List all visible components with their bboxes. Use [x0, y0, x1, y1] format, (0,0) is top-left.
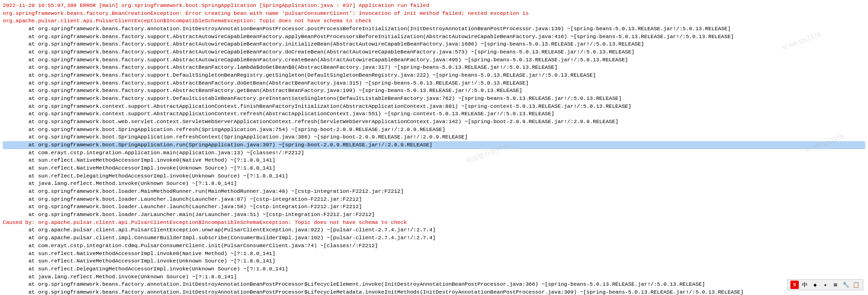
icon-5[interactable]: 📋	[852, 281, 860, 289]
log-line-37: at org.springframework.beans.factory.ann…	[3, 288, 865, 295]
log-line-15: at org.springframework.boot.web.servlet.…	[3, 118, 865, 126]
log-line-1: org.springframework.beans.factory.BeanCr…	[3, 10, 865, 18]
log-line-9: at org.springframework.beans.factory.sup…	[3, 72, 865, 79]
icon-4[interactable]: 🔧	[842, 281, 850, 289]
taskbar-corner: S 中 ◆ ✦ ⊞ 🔧 📋	[787, 279, 863, 290]
log-line-12: at org.springframework.beans.factory.sup…	[3, 95, 865, 103]
log-line-30: at org.apache.pulsar.client.impl.Consume…	[3, 234, 865, 242]
icon-3[interactable]: ⊞	[831, 281, 840, 289]
log-line-36: at org.springframework.beans.factory.ann…	[3, 281, 865, 288]
log-line-32: at sun.reflect.NativeMethodAccessorImpl.…	[3, 250, 865, 258]
log-line-5: at org.springframework.beans.factory.sup…	[3, 40, 865, 48]
sogou-icon[interactable]: S	[790, 281, 799, 289]
log-line-11: at org.springframework.beans.factory.sup…	[3, 87, 865, 95]
log-line-6: at org.springframework.beans.factory.sup…	[3, 48, 865, 56]
log-line-29: at org.apache.pulsar.client.api.PulsarCl…	[3, 226, 865, 234]
log-line-24: at org.springframework.boot.loader.MainM…	[3, 188, 865, 196]
log-line-28: Caused by: org.apache.pulsar.client.api.…	[3, 219, 865, 227]
log-line-20: at sun.reflect.NativeMethodAccessorImpl.…	[3, 157, 865, 164]
log-line-35: at java.lang.reflect.Method.invoke(Unkno…	[3, 273, 865, 281]
log-line-13: at org.springframework.context.support.A…	[3, 103, 865, 111]
ime-icon[interactable]: 中	[801, 281, 809, 289]
log-line-3: at org.springframework.beans.factory.ann…	[3, 25, 865, 33]
icon-1[interactable]: ◆	[811, 281, 819, 289]
log-line-7: at org.springframework.beans.factory.sup…	[3, 56, 865, 64]
icon-2[interactable]: ✦	[821, 281, 829, 289]
log-line-19: at com.erayt.cstp.integration.Applicatio…	[3, 149, 865, 157]
log-line-8: at org.springframework.beans.factory.sup…	[3, 64, 865, 72]
log-line-27: at org.springframework.boot.loader.JarLa…	[3, 211, 865, 219]
log-line-16: at org.springframework.boot.SpringApplic…	[3, 126, 865, 134]
log-line-14: at org.springframework.context.support.A…	[3, 110, 865, 118]
log-line-0: 2022-11-28 10:55:07,389 ERROR [main] org…	[3, 2, 865, 10]
log-line-34: at sun.reflect.DelegatingMethodAccessorI…	[3, 265, 865, 273]
log-line-26: at org.springframework.boot.loader.Launc…	[3, 203, 865, 211]
log-line-2: org.apache.pulsar.client.api.PulsarClien…	[3, 17, 865, 25]
log-line-21: at sun.reflect.NativeMethodAccessorImpl.…	[3, 164, 865, 172]
log-line-23: at java.lang.reflect.Method.invoke(Unkno…	[3, 180, 865, 188]
log-line-4: at org.springframework.beans.factory.sup…	[3, 33, 865, 41]
log-line-10: at org.springframework.beans.factory.sup…	[3, 79, 865, 87]
log-line-25: at org.springframework.boot.loader.Launc…	[3, 196, 865, 203]
log-line-22: at sun.reflect.DelegatingMethodAccessorI…	[3, 172, 865, 180]
log-line-17: at org.springframework.boot.SpringApplic…	[3, 133, 865, 141]
log-line-33: at sun.reflect.NativeMethodAccessorImpl.…	[3, 257, 865, 265]
log-line-31: at com.erayt.cstp.integration.tdmq.Pulsa…	[3, 242, 865, 250]
log-container: 2022-11-28 10:55:07,389 ERROR [main] org…	[0, 0, 868, 295]
log-line-18: at org.springframework.boot.SpringApplic…	[3, 141, 865, 149]
